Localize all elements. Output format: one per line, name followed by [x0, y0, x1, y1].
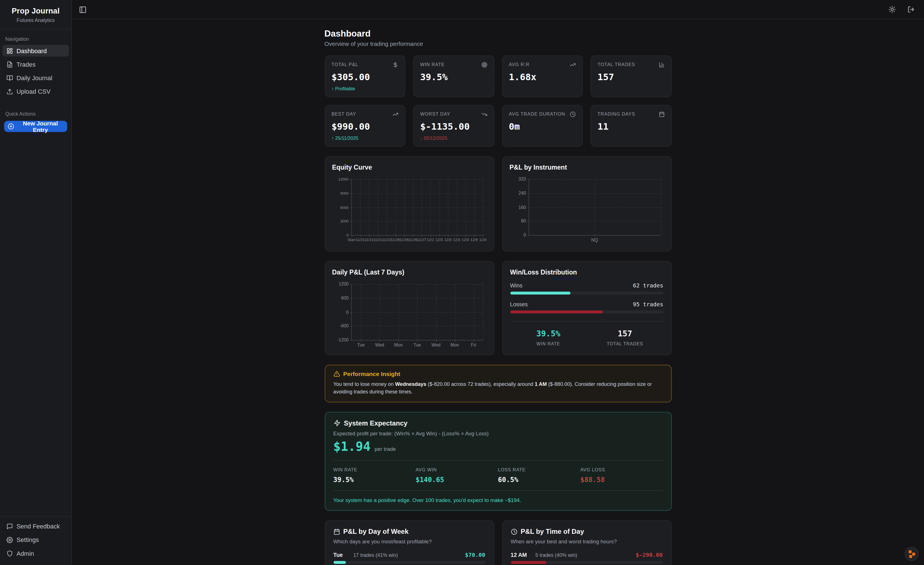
sidebar-item-dashboard[interactable]: Dashboard — [2, 45, 69, 57]
clock-icon — [570, 111, 576, 117]
expectancy-stat-avg-win: AVG WIN $140.65 — [416, 468, 498, 484]
sidebar-item-label: Daily Journal — [16, 74, 52, 81]
x-tick-label: Mon — [450, 342, 459, 348]
x-tick-label: 11/22 — [382, 237, 391, 241]
y-tick-label: 160 — [519, 204, 526, 210]
summary-stat-total-trades: 157 TOTAL TRADES — [587, 329, 663, 346]
x-tick-label: 11/21 — [356, 237, 365, 241]
summary-stat-win-rate: 39.5% WIN RATE — [510, 329, 586, 346]
system-expectancy-card: System Expectancy Expected profit per tr… — [324, 412, 671, 511]
sidebar-item-label: Admin — [16, 550, 34, 557]
sidebar-item-send-feedback[interactable]: Send Feedback — [2, 520, 69, 532]
chart-plot-area: 080160240320NQ — [528, 179, 660, 236]
x-tick-label: 12/2 — [427, 237, 434, 241]
sidebar-header: Prop Journal Futures Analytics — [0, 0, 71, 30]
win-loss-row-losses: Losses 95 trades — [510, 301, 663, 313]
pl-by-instrument-chart: 080160240320NQ — [528, 179, 660, 236]
list-row-12-am: 12 AM 5 trades (40% win) $-290.00 — [510, 552, 663, 564]
x-tick-label: 12/9 — [471, 237, 478, 241]
win-loss-distribution-card: Win/Loss Distribution Wins 62 trades Los… — [502, 261, 671, 355]
content-area: Dashboard Overview of your trading perfo… — [72, 19, 924, 565]
y-tick-label: 12000 — [338, 177, 348, 181]
trending-up-icon — [392, 111, 398, 117]
stat-card-total-p-l: TOTAL P&L $305.00 ↑ Profitable — [324, 55, 405, 97]
trending-down-icon — [481, 111, 487, 117]
chart-title: P&L by Instrument — [509, 164, 664, 171]
stat-sub: ↑ 25/11/2025 — [332, 136, 398, 141]
x-tick-label: 11/27 — [417, 237, 426, 241]
clock-icon — [510, 528, 517, 535]
message-square-icon — [6, 523, 13, 529]
equity-curve-chart: 030006000900012000Start11/2111/2111/2111… — [351, 179, 483, 236]
y-tick-label: 0 — [346, 233, 348, 237]
sidebar-item-settings[interactable]: Settings — [2, 534, 69, 546]
stat-card-avg-trade-duration: AVG TRADE DURATION 0m — [502, 105, 583, 147]
shield-icon — [6, 550, 13, 556]
theme-toggle-button[interactable] — [887, 5, 897, 14]
x-tick-label: 11/21 — [364, 237, 374, 241]
progress-bar — [510, 310, 663, 313]
expectancy-stats: WIN RATE 39.5% AVG WIN $140.65 LOSS RATE… — [333, 468, 663, 484]
y-tick-label: 600 — [341, 295, 348, 301]
app-title: Prop Journal — [5, 6, 67, 15]
stat-card-avg-r-r: AVG R:R 1.68x — [502, 55, 583, 97]
trending-up-icon — [570, 62, 576, 68]
stat-value: 0m — [509, 121, 576, 132]
y-tick-label: 3000 — [340, 219, 348, 223]
sidebar-item-trades[interactable]: Trades — [2, 58, 69, 70]
sidebar-item-admin[interactable]: Admin — [2, 547, 69, 559]
x-tick-label: 1/24 — [479, 237, 487, 241]
new-journal-entry-button[interactable]: New Journal Entry — [4, 121, 67, 132]
calendar-icon — [333, 528, 340, 535]
insight-body: You tend to lose money on Wednesdays ($-… — [333, 381, 663, 396]
chart-title: Equity Curve — [332, 164, 487, 171]
logout-button[interactable] — [906, 5, 916, 14]
stats-row-1: TOTAL P&L $305.00 ↑ Profitable WIN RATE … — [324, 55, 671, 97]
x-tick-label: 11/26 — [399, 237, 408, 241]
daily-pl-card: Daily P&L (Last 7 Days) -1200-6000600120… — [324, 261, 494, 355]
progress-bar — [510, 292, 663, 294]
win-loss-summary: 39.5% WIN RATE 157 TOTAL TRADES — [510, 329, 663, 346]
progress-bar — [510, 561, 663, 564]
dev-tools-badge[interactable] — [905, 547, 918, 560]
stat-value: 1.68x — [509, 72, 576, 83]
file-text-icon — [6, 61, 13, 67]
sidebar-item-label: Dashboard — [16, 47, 47, 54]
stat-card-worst-day: WORST DAY $-1135.00 ↓ 02/12/2025 — [413, 105, 494, 147]
chart-plot-area: 030006000900012000Start11/2111/2111/2111… — [351, 179, 483, 236]
time-of-day-rows: 12 AM 5 trades (40% win) $-290.00 1 AM 1… — [510, 552, 663, 565]
expectancy-title: System Expectancy — [344, 420, 407, 427]
stat-value: 11 — [597, 121, 664, 132]
y-tick-label: 1200 — [339, 281, 348, 286]
quick-actions-label: Quick Actions — [2, 109, 69, 120]
day-of-week-title: P&L by Day of Week — [343, 528, 408, 535]
stat-value: $-1135.00 — [420, 121, 487, 132]
sidebar-quick-actions: Quick Actions New Journal Entry — [0, 104, 71, 132]
stat-value: 39.5% — [420, 72, 487, 83]
pl-by-day-of-week-card: P&L by Day of Week Which days are you mo… — [324, 520, 494, 565]
sidebar-footer-list: Send Feedback Settings Admin — [2, 520, 69, 559]
page-title: Dashboard — [324, 28, 671, 39]
main-area: Dashboard Overview of your trading perfo… — [72, 0, 924, 565]
sidebar-toggle-button[interactable] — [78, 4, 88, 15]
sidebar-item-label: Send Feedback — [16, 523, 60, 529]
settings-icon — [6, 536, 13, 543]
y-tick-label: 9000 — [340, 191, 348, 195]
x-tick-label: 11/26 — [408, 237, 417, 241]
expectancy-stat-loss-rate: LOSS RATE 60.5% — [498, 468, 580, 484]
zap-icon — [333, 420, 340, 427]
log-out-icon — [908, 6, 914, 13]
sidebar-nav-list: Dashboard Trades Daily Journal Upload CS… — [2, 45, 69, 97]
stat-value: 157 — [597, 72, 664, 83]
pl-by-instrument-card: P&L by Instrument 080160240320NQ — [502, 156, 671, 252]
sidebar-item-daily-journal[interactable]: Daily Journal — [2, 72, 69, 84]
nav-section-label: Navigation — [2, 34, 69, 45]
stat-card-trading-days: TRADING DAYS 11 — [590, 105, 671, 147]
day-of-week-rows: Tue 17 trades (41% win) $70.00 Wed 72 tr… — [333, 552, 486, 565]
time-of-day-title: P&L by Time of Day — [520, 528, 584, 535]
time-of-day-subtitle: When are your best and worst trading hou… — [510, 538, 663, 544]
win-loss-row-wins: Wins 62 trades — [510, 282, 663, 295]
expectancy-formula: Expected profit per trade: (Win% × Avg W… — [333, 431, 663, 437]
sidebar-item-upload-csv[interactable]: Upload CSV — [2, 85, 69, 97]
x-tick-label: 12/3 — [453, 237, 460, 241]
